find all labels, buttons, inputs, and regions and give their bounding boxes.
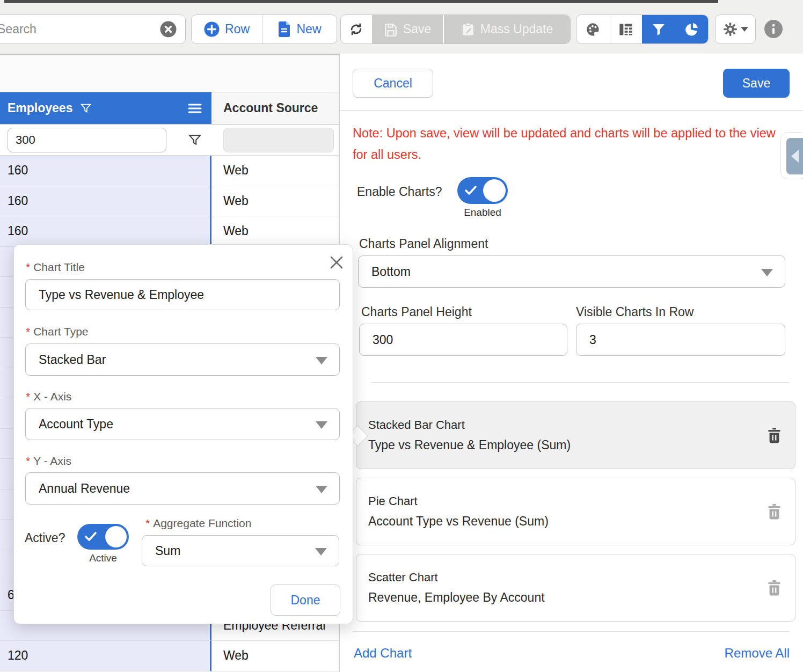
close-icon[interactable] (328, 254, 345, 271)
add-row-label: Row (225, 22, 250, 36)
delete-chart-icon[interactable] (768, 504, 781, 520)
chart-title-input[interactable] (25, 279, 340, 310)
charts-settings-panel: Cancel Save Note: Upon save, view will b… (339, 54, 803, 672)
visible-charts-input[interactable] (576, 324, 785, 356)
divider (371, 382, 790, 383)
column-header-account-source[interactable]: Account Source (211, 92, 339, 124)
chart-list-item[interactable]: Pie Chart Account Type vs Revenue (Sum) (356, 478, 795, 545)
account-source-cell[interactable]: Web (211, 641, 339, 671)
required-marker: * (26, 325, 30, 338)
account-source-cell[interactable]: Web (211, 156, 339, 186)
column-menu-icon[interactable] (188, 103, 202, 114)
employees-cell[interactable]: 160 (0, 186, 211, 217)
account-source-cell[interactable]: Web (211, 216, 339, 247)
employees-cell[interactable]: 120 (0, 641, 211, 671)
delete-chart-icon[interactable] (768, 428, 781, 443)
chart-list-item[interactable]: Stacked Bar Chart Type vs Revenue & Empl… (356, 401, 795, 469)
refresh-button[interactable] (341, 15, 371, 43)
enable-charts-toggle[interactable] (457, 177, 508, 204)
theme-button[interactable] (576, 15, 610, 43)
add-row-button[interactable]: Row (192, 15, 262, 43)
chart-type-value: Stacked Bar (39, 353, 106, 367)
active-state-caption: Active (77, 552, 129, 564)
y-axis-label: *Y - Axis (26, 455, 71, 468)
refresh-icon (349, 22, 363, 36)
caret-down-icon (741, 27, 748, 32)
top-window-strip (4, 0, 718, 3)
employees-cell[interactable]: 160 (0, 156, 211, 186)
x-axis-select[interactable]: Account Type (25, 408, 340, 440)
grid-filter-row (0, 125, 339, 156)
top-toolbar: Search Row New (0, 0, 803, 54)
account-source-cell[interactable]: Web (211, 186, 339, 217)
charts-panel-height-label: Charts Panel Height (361, 305, 472, 319)
aggregate-value: Sum (155, 544, 180, 558)
table-row[interactable]: 160 Web (0, 186, 339, 217)
chart-type-select[interactable]: Stacked Bar (25, 344, 340, 376)
row-new-button-group: Row New (191, 14, 337, 44)
required-marker: * (145, 517, 150, 529)
info-icon[interactable] (764, 20, 783, 38)
gear-icon (723, 22, 738, 36)
clear-search-icon[interactable] (160, 21, 177, 38)
divider (340, 110, 803, 111)
save-button[interactable]: Save (723, 69, 790, 98)
search-input[interactable]: Search (0, 14, 186, 44)
charts-panel-height-input[interactable] (359, 324, 567, 356)
chevron-down-icon (761, 269, 773, 276)
remove-all-link[interactable]: Remove All (640, 646, 790, 661)
table-icon (618, 22, 633, 37)
edit-chart-dialog: *Chart Title *Chart Type Stacked Bar *X … (13, 244, 353, 624)
check-icon (84, 531, 97, 543)
x-axis-value: Account Type (39, 417, 113, 432)
mass-update-clipboard-icon (461, 23, 475, 36)
table-row[interactable]: 160 Web (0, 216, 339, 247)
active-toggle[interactable] (77, 524, 129, 550)
view-options-group (576, 14, 709, 44)
add-chart-link[interactable]: Add Chart (354, 646, 412, 661)
plus-circle-icon (204, 21, 220, 37)
done-button[interactable]: Done (271, 585, 340, 616)
charts-panel-alignment-label: Charts Panel Alignment (359, 237, 488, 251)
toggle-knob (105, 526, 127, 547)
panel-collapse-handle[interactable] (780, 132, 803, 179)
column-header-employees[interactable]: Employees (0, 92, 211, 124)
account-source-header-label: Account Source (223, 101, 318, 115)
filter-toggle-button-active[interactable] (642, 15, 675, 43)
alignment-value: Bottom (371, 265, 411, 279)
chevron-down-icon (315, 548, 327, 556)
save-floppy-icon (384, 23, 398, 36)
new-button[interactable]: New (262, 15, 337, 43)
delete-chart-icon[interactable] (768, 580, 781, 596)
table-row[interactable]: 160 Web (0, 156, 339, 186)
required-marker: * (26, 390, 30, 403)
visible-charts-label: Visible Charts In Row (576, 305, 694, 319)
required-marker: * (26, 261, 30, 273)
table-view-button[interactable] (610, 15, 643, 43)
employees-cell[interactable]: 160 (0, 216, 211, 247)
y-axis-select[interactable]: Annual Revenue (25, 472, 340, 505)
new-document-icon (278, 21, 291, 37)
table-row[interactable]: 120 Web (0, 641, 339, 671)
chart-item-subtitle: Type vs Revenue & Employee (Sum) (368, 438, 571, 452)
chart-item-subtitle: Revenue, Employee By Account (368, 590, 545, 605)
enable-charts-state: Enabled (457, 207, 508, 218)
filter-row-funnel-icon[interactable] (188, 133, 202, 147)
chart-item-subtitle: Account Type vs Revenue (Sum) (368, 514, 549, 529)
employees-filter-input[interactable] (8, 128, 166, 152)
chart-title-label: *Chart Title (26, 261, 85, 274)
settings-button[interactable] (715, 14, 756, 44)
chevron-down-icon (316, 486, 327, 493)
charts-toggle-button-active[interactable] (675, 15, 709, 43)
charts-panel-alignment-select[interactable]: Bottom (358, 255, 785, 288)
chart-item-text: Pie Chart Account Type vs Revenue (Sum) (368, 494, 549, 529)
aggregate-function-select[interactable]: Sum (142, 535, 339, 566)
chart-item-type: Scatter Chart (368, 571, 545, 585)
x-axis-label: *X - Axis (26, 390, 71, 403)
cancel-button[interactable]: Cancel (353, 69, 433, 98)
grid-header-row: Employees Account Source (0, 92, 339, 125)
save-button-disabled: Save (371, 15, 443, 43)
chart-list-item[interactable]: Scatter Chart Revenue, Employee By Accou… (356, 554, 795, 622)
aggregate-function-label: *Aggregate Function (145, 517, 251, 530)
grid-group-area (0, 55, 339, 92)
